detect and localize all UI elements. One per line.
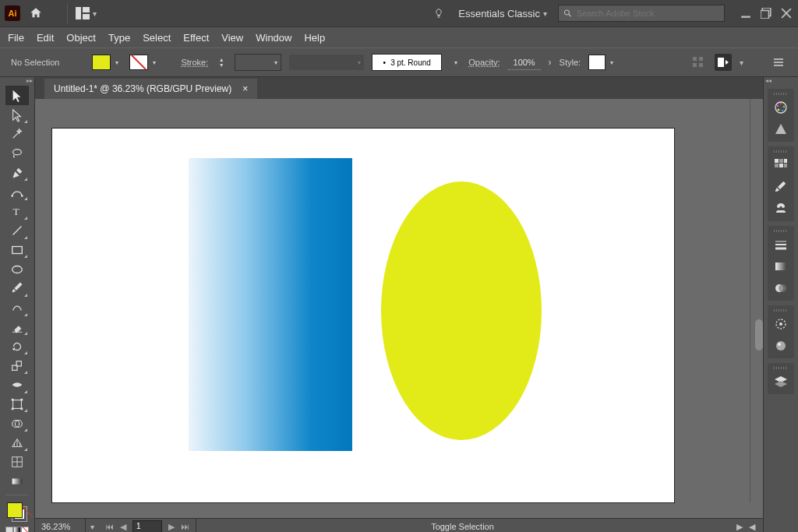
panel-scroll-thumb[interactable] [755, 319, 763, 351]
chevron-down-icon[interactable]: ▾ [451, 59, 461, 66]
panel-collapse-handle[interactable]: ◂◂ [762, 77, 798, 86]
menu-object[interactable]: Object [66, 32, 96, 44]
color-mode-solid[interactable] [5, 527, 13, 532]
search-help-icon[interactable] [433, 7, 444, 19]
variable-width-profile-dropdown[interactable]: ▾ [289, 55, 364, 70]
brushes-panel-icon[interactable] [769, 176, 793, 198]
stroke-weight-stepper[interactable]: ▲▼ [216, 55, 227, 69]
magic-wand-tool[interactable] [5, 125, 29, 144]
panel-grip[interactable] [769, 90, 793, 97]
opacity-popup-arrow-icon[interactable]: › [549, 57, 552, 68]
chevron-down-icon[interactable]: ▾ [543, 9, 547, 18]
document-setup-icon[interactable] [690, 54, 707, 71]
symbols-panel-icon[interactable] [769, 198, 793, 220]
graphic-style-control[interactable]: ▾ [588, 55, 616, 70]
menu-select[interactable]: Select [143, 32, 171, 44]
panel-grip[interactable] [769, 307, 793, 313]
pen-tool[interactable] [5, 163, 29, 182]
brush-definition-dropdown[interactable]: • 3 pt. Round [372, 54, 442, 71]
chevron-down-icon[interactable]: ▾ [93, 9, 97, 18]
stock-search-input[interactable] [575, 8, 719, 19]
graphic-styles-panel-icon[interactable] [769, 335, 793, 357]
svg-rect-1 [83, 7, 90, 12]
panel-grip[interactable] [769, 365, 793, 371]
stroke-label[interactable]: Stroke: [181, 58, 208, 67]
last-artboard-icon[interactable]: ⏭ [181, 522, 189, 531]
menu-help[interactable]: Help [304, 32, 325, 44]
artboard-number[interactable]: 1 [132, 520, 162, 532]
menu-window[interactable]: Window [256, 32, 291, 44]
menu-file[interactable]: File [8, 32, 24, 44]
paintbrush-tool[interactable] [5, 279, 29, 298]
chevron-down-icon[interactable]: ▾ [740, 58, 743, 67]
appearance-panel-icon[interactable] [769, 313, 793, 335]
document-tab-row: Untitled-1* @ 36.23% (RGB/GPU Preview) × [35, 77, 763, 99]
panel-grip[interactable] [769, 227, 793, 234]
preferences-icon[interactable] [715, 54, 732, 71]
transparency-panel-icon[interactable] [769, 277, 793, 299]
color-mode-gradient[interactable] [13, 527, 21, 532]
stroke-panel-icon[interactable] [769, 234, 793, 255]
layers-panel-icon[interactable] [769, 371, 793, 393]
scale-tool[interactable] [5, 356, 29, 375]
curvature-tool[interactable] [5, 182, 29, 202]
width-tool[interactable] [5, 375, 29, 395]
menu-effect[interactable]: Effect [183, 32, 209, 44]
panel-grip[interactable] [769, 148, 793, 154]
artwork-ellipse[interactable] [381, 181, 542, 440]
stroke-color-control[interactable]: ▾ [129, 55, 159, 70]
prev-artboard-icon[interactable]: ◀ [120, 522, 126, 532]
document-tab[interactable]: Untitled-1* @ 36.23% (RGB/GPU Preview) × [44, 79, 257, 99]
rectangle-tool[interactable] [5, 241, 29, 260]
window-restore-button[interactable] [759, 6, 773, 20]
artboard[interactable] [52, 129, 674, 502]
opacity-value[interactable]: 100% [508, 55, 541, 70]
svg-point-25 [12, 266, 23, 273]
color-guide-panel-icon[interactable] [769, 118, 793, 140]
line-segment-tool[interactable] [5, 221, 29, 241]
shape-builder-tool[interactable] [5, 414, 29, 433]
swatches-panel-icon[interactable] [769, 154, 793, 176]
direct-selection-tool[interactable] [5, 105, 29, 125]
mesh-tool[interactable] [5, 453, 29, 472]
home-icon[interactable] [28, 6, 44, 20]
fill-color-control[interactable]: ▾ [92, 55, 122, 70]
menu-view[interactable]: View [221, 32, 243, 44]
pencil-tool[interactable] [5, 298, 29, 318]
window-minimize-button[interactable] [739, 6, 753, 20]
selection-tool[interactable] [5, 86, 29, 105]
arrange-documents-icon[interactable] [76, 6, 90, 20]
lasso-tool[interactable] [5, 144, 29, 164]
menu-type[interactable]: Type [108, 32, 130, 44]
eraser-tool[interactable] [5, 318, 29, 337]
vertical-scrollbar[interactable] [750, 99, 763, 502]
artwork-rectangle[interactable] [189, 158, 352, 451]
free-transform-tool[interactable] [5, 395, 29, 414]
perspective-grid-tool[interactable] [5, 433, 29, 453]
ellipse-tool[interactable] [5, 259, 29, 279]
gradient-tool[interactable] [5, 472, 29, 491]
color-panel-icon[interactable] [769, 97, 793, 118]
zoom-level[interactable]: 36.23% [35, 519, 86, 532]
control-menu-icon[interactable] [770, 54, 787, 71]
color-mode-none[interactable] [21, 527, 29, 532]
artboard-navigator[interactable]: ⏮ ◀ 1 ▶ ⏭ [99, 519, 196, 532]
fill-stroke-proxy[interactable] [5, 501, 29, 523]
window-close-button[interactable] [779, 6, 793, 20]
next-artboard-icon[interactable]: ▶ [168, 522, 175, 532]
menu-edit[interactable]: Edit [37, 32, 54, 44]
first-artboard-icon[interactable]: ⏮ [105, 522, 114, 531]
workspace-switcher[interactable]: Essentials Classic [458, 8, 540, 19]
opacity-label[interactable]: Opacity: [468, 58, 500, 67]
close-icon[interactable]: × [242, 83, 248, 94]
type-tool[interactable]: T [5, 202, 29, 221]
tools-expand-handle[interactable]: ▸▸ [0, 77, 36, 86]
rotate-tool[interactable] [5, 336, 29, 356]
stroke-weight-dropdown[interactable]: ▾ [235, 54, 281, 71]
hscroll-left-icon[interactable]: ◀ [749, 522, 755, 532]
chevron-down-icon[interactable]: ▾ [86, 523, 99, 531]
gradient-panel-icon[interactable] [769, 255, 793, 277]
hscroll-right-icon[interactable]: ▶ [736, 522, 743, 532]
canvas[interactable] [35, 99, 763, 518]
stock-search-field[interactable] [558, 5, 725, 22]
